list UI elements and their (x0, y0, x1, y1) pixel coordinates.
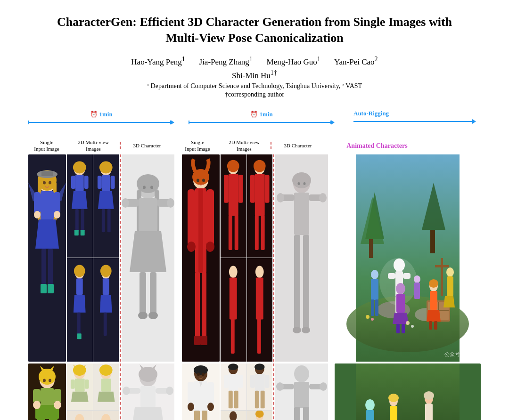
svg-marker-8 (35, 219, 59, 249)
svg-rect-40 (107, 209, 110, 232)
timer-label-2: ⏰ 1min (250, 111, 272, 118)
svg-rect-193 (85, 379, 89, 388)
svg-rect-100 (254, 215, 258, 250)
svg-rect-148 (402, 324, 405, 333)
multiview-grid-4 (221, 363, 272, 420)
svg-rect-53 (103, 313, 107, 336)
svg-rect-232 (202, 411, 207, 420)
svg-rect-119 (303, 235, 309, 329)
svg-rect-6 (41, 171, 53, 176)
author-row-2: Shi-Min Hu1† (28, 69, 481, 81)
svg-rect-250 (264, 374, 269, 388)
svg-marker-60 (130, 231, 166, 272)
svg-rect-101 (261, 215, 264, 250)
animated-panel-bottom (335, 363, 481, 420)
svg-rect-31 (81, 230, 85, 235)
main-figure: ⏰ 1min ⏰ 1min (28, 110, 481, 420)
svg-rect-108 (255, 277, 263, 319)
svg-point-229 (188, 403, 194, 411)
svg-rect-177 (37, 415, 45, 420)
svg-point-138 (394, 258, 405, 272)
char-cell-red-input (182, 154, 220, 362)
svg-point-50 (100, 265, 111, 277)
svg-point-270 (320, 382, 327, 391)
char-3d-grey-2 (275, 154, 328, 362)
svg-rect-140 (388, 273, 395, 279)
svg-rect-44 (76, 278, 83, 295)
svg-rect-99 (264, 175, 269, 202)
svg-marker-198 (97, 391, 115, 402)
svg-marker-25 (72, 191, 88, 209)
svg-rect-175 (41, 388, 54, 407)
svg-rect-97 (254, 174, 264, 216)
svg-point-43 (74, 265, 85, 277)
svg-rect-90 (224, 175, 229, 202)
svg-rect-92 (229, 215, 232, 250)
svg-rect-77 (206, 189, 214, 246)
svg-rect-290 (425, 404, 433, 420)
svg-rect-252 (260, 390, 264, 408)
char-cell-blonde-input (28, 363, 66, 420)
svg-rect-27 (84, 176, 89, 189)
svg-rect-192 (71, 379, 75, 388)
dashed-divider-3 (120, 363, 121, 420)
svg-rect-81 (202, 272, 206, 338)
author-hu: Shi-Min Hu1† (232, 71, 277, 80)
timer-label-1: ⏰ 1min (90, 111, 112, 118)
svg-point-68 (148, 312, 158, 319)
svg-point-70 (150, 186, 153, 189)
svg-point-67 (138, 312, 148, 319)
svg-point-184 (49, 379, 51, 382)
svg-point-117 (319, 193, 327, 202)
svg-rect-113 (294, 193, 309, 235)
svg-point-159 (446, 267, 454, 277)
multiview-grid-3 (67, 363, 119, 420)
svg-marker-36 (98, 191, 114, 209)
svg-rect-75 (198, 188, 203, 273)
svg-point-19 (43, 181, 46, 184)
svg-rect-197 (101, 378, 111, 391)
char-3d-white-dress (122, 363, 174, 420)
svg-point-216 (123, 387, 130, 395)
svg-rect-7 (41, 191, 54, 219)
dashed-divider-1 (120, 154, 121, 362)
char-cell-anime-input (28, 154, 66, 362)
svg-point-167 (371, 318, 374, 321)
svg-point-172 (39, 369, 56, 385)
svg-rect-160 (447, 276, 453, 296)
affiliation: ¹ Department of Computer Science and Tec… (28, 82, 481, 90)
author-row-1: Hao-Yang Peng1 Jia-Peng Zhang1 Meng-Hao … (28, 56, 481, 67)
svg-point-12 (54, 211, 60, 218)
svg-rect-165 (435, 265, 449, 267)
svg-rect-147 (396, 324, 400, 333)
svg-point-64 (167, 198, 174, 208)
svg-rect-118 (294, 235, 300, 329)
col-label-multiview1: 2D Multi-viewImages (68, 139, 119, 153)
paper-title: CharacterGen: Efficient 3D Character Gen… (28, 14, 481, 46)
svg-rect-190 (75, 378, 85, 391)
multiview-grid-2 (221, 154, 272, 362)
svg-rect-244 (234, 390, 238, 408)
author-peng: Hao-Yang Peng1 (131, 57, 185, 66)
svg-point-166 (366, 315, 369, 319)
svg-rect-28 (75, 209, 79, 232)
authors-section: Hao-Yang Peng1 Jia-Peng Zhang1 Meng-Hao … (28, 56, 481, 98)
svg-point-150 (429, 279, 438, 288)
svg-rect-249 (250, 374, 254, 388)
title-section: CharacterGen: Efficient 3D Character Gen… (28, 14, 481, 46)
svg-rect-151 (430, 291, 437, 310)
svg-rect-39 (101, 209, 105, 232)
svg-rect-156 (371, 279, 378, 300)
col-label-single2: SingleInput Image (179, 139, 216, 153)
svg-rect-29 (81, 209, 84, 232)
svg-point-122 (298, 182, 300, 185)
svg-point-239 (228, 363, 238, 370)
col-label-3d2: 3D Character (272, 142, 323, 149)
svg-point-289 (424, 391, 434, 400)
svg-point-69 (143, 186, 146, 189)
svg-rect-14 (48, 249, 53, 286)
svg-point-209 (139, 367, 157, 382)
char-cell-human-input (182, 363, 220, 420)
svg-point-183 (43, 379, 46, 382)
svg-rect-231 (194, 411, 200, 420)
